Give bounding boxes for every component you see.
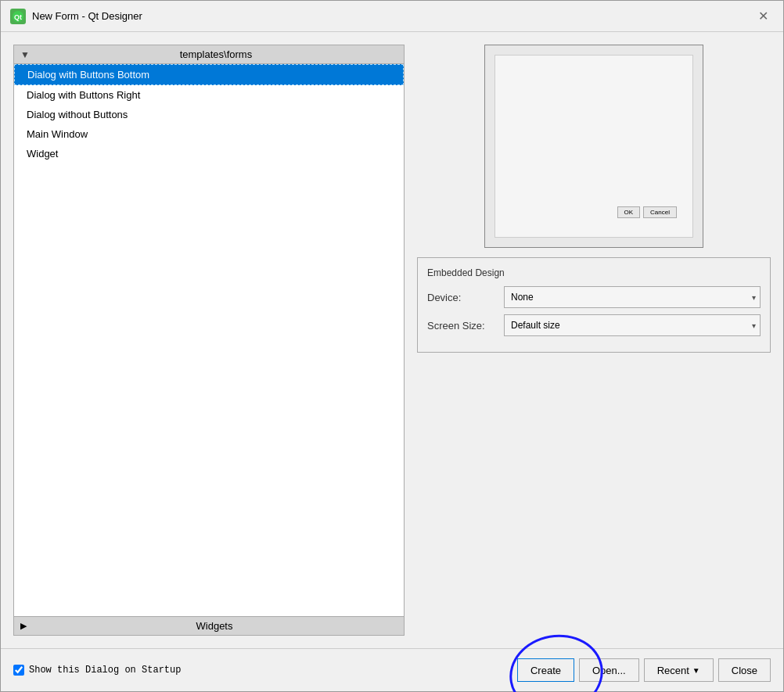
recent-label: Recent [657,665,689,676]
recent-dropdown-arrow: ▼ [692,666,700,675]
tree-collapse-arrow: ▼ [20,49,30,60]
embedded-design-title: Embedded Design [427,267,761,278]
preview-inner: OK Cancel [494,55,693,238]
preview-cancel-btn: Cancel [643,206,677,218]
tree-item-dialog-without-buttons[interactable]: Dialog without Buttons [14,105,404,124]
tree-header[interactable]: ▼ templates\forms [14,45,404,64]
preview-buttons: OK Cancel [617,206,677,218]
widgets-section-arrow: ▶ [20,621,27,631]
tree-item-main-window[interactable]: Main Window [14,124,404,144]
recent-button[interactable]: Recent ▼ [644,658,714,682]
screen-size-row: Screen Size: Default size ▾ [427,314,761,336]
embedded-design-section: Embedded Design Device: None ▾ Screen Si… [417,257,771,353]
close-window-button[interactable]: ✕ [752,5,774,27]
create-button[interactable]: Create [517,658,574,682]
screen-size-select-wrapper: Default size ▾ [504,314,761,336]
window-title: New Form - Qt Designer [32,10,142,22]
show-dialog-checkbox-label[interactable]: Show this Dialog on Startup [13,665,181,676]
bottom-bar: Show this Dialog on Startup Create Open.… [1,648,783,691]
device-select-wrapper: None ▾ [504,286,761,308]
tree-item-dialog-buttons-bottom[interactable]: Dialog with Buttons Bottom [14,64,404,85]
tree-header-label: templates\forms [34,48,397,60]
bottom-buttons: Create Open... Recent ▼ Close [517,658,771,682]
screen-size-label: Screen Size: [427,320,498,332]
main-content: ▼ templates\forms Dialog with Buttons Bo… [1,32,783,648]
device-label: Device: [427,292,498,303]
close-dialog-button[interactable]: Close [718,658,771,682]
widgets-section-header[interactable]: ▶ Widgets [14,616,404,635]
show-dialog-label: Show this Dialog on Startup [29,665,181,676]
tree-item-dialog-buttons-right[interactable]: Dialog with Buttons Right [14,85,404,105]
device-select[interactable]: None [504,286,761,308]
app-icon: Qt [10,9,26,24]
preview-ok-btn: OK [617,206,641,218]
preview-area: OK Cancel [484,45,703,248]
main-window: Qt New Form - Qt Designer ✕ ▼ templates\… [0,0,784,692]
create-button-wrapper: Create [517,658,574,682]
svg-text:Qt: Qt [14,13,22,21]
tree-items-container: Dialog with Buttons Bottom Dialog with B… [14,64,404,616]
widgets-section-label: Widgets [31,620,397,632]
template-tree: ▼ templates\forms Dialog with Buttons Bo… [13,45,405,636]
open-button[interactable]: Open... [579,658,639,682]
tree-item-widget[interactable]: Widget [14,144,404,163]
title-bar-left: Qt New Form - Qt Designer [10,9,142,24]
title-bar: Qt New Form - Qt Designer ✕ [1,1,783,32]
right-panel: OK Cancel Embedded Design Device: None ▾ [417,45,771,636]
device-row: Device: None ▾ [427,286,761,308]
show-dialog-checkbox[interactable] [13,665,24,676]
screen-size-select[interactable]: Default size [504,314,761,336]
